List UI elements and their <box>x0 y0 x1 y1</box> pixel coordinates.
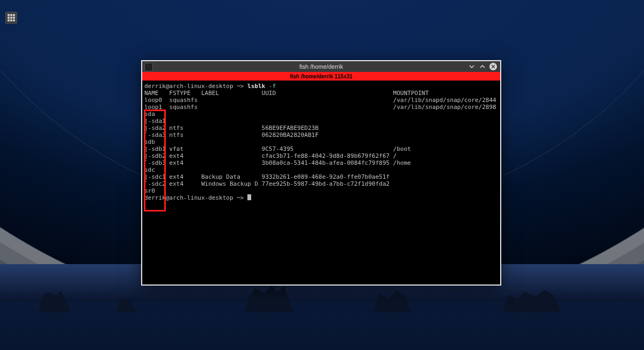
terminal-tabbar[interactable]: fish /home/derrik 115x31 <box>142 72 500 81</box>
cursor <box>247 194 251 200</box>
terminal-line: `-sdb3 ext4 3b08a0ca-5341-484b-afea-0084… <box>144 159 498 166</box>
terminal-line: |-sda1 <box>144 118 498 125</box>
window-title: fish /home/derrik <box>299 63 343 70</box>
terminal-line: NAME FSTYPE LABEL UUID MOUNTPOINT <box>144 90 498 97</box>
terminal-line: sda <box>144 111 498 118</box>
chevron-up-icon <box>480 64 485 69</box>
terminal-line: sdc <box>144 166 498 173</box>
terminal-window: fish /home/derrik fish /home/derrik 115x… <box>141 60 501 286</box>
terminal-line: |-sda2 ntfs 56BE9EFABE9ED23B <box>144 125 498 132</box>
close-icon <box>491 64 496 69</box>
terminal-tab-label: fish /home/derrik 115x31 <box>290 74 353 79</box>
terminal-line: |-sdc1 ext4 Backup Data 9332b261-e089-46… <box>144 173 498 180</box>
terminal-line: loop1 squashfs /var/lib/snapd/snap/core/… <box>144 104 498 111</box>
minimize-button[interactable] <box>468 63 475 70</box>
terminal-line: loop0 squashfs /var/lib/snapd/snap/core/… <box>144 97 498 104</box>
maximize-button[interactable] <box>479 63 486 70</box>
close-button[interactable] <box>489 63 497 70</box>
terminal-line: derrik@arch-linux-desktop ~> lsblk -f <box>144 83 498 90</box>
chevron-down-icon <box>469 64 474 69</box>
terminal-line: sr0 <box>144 187 498 194</box>
terminal-line: `-sda3 ntfs 062820BA2820AB1F <box>144 132 498 138</box>
app-icon <box>144 63 153 71</box>
applications-launcher-icon[interactable] <box>5 12 17 24</box>
terminal-line: `-sdc2 ext4 Windows Backup D 77ee925b-59… <box>144 180 498 187</box>
terminal-line: |-sdb2 ext4 cfac3b71-fe88-4042-9d8d-89b6… <box>144 152 498 159</box>
terminal-line: |-sdb1 vfat 9C57-4395 /boot <box>144 145 498 152</box>
terminal-line: sdb <box>144 138 498 145</box>
highlight-box <box>144 110 166 212</box>
terminal-viewport[interactable]: derrik@arch-linux-desktop ~> lsblk -fNAM… <box>142 81 500 285</box>
window-titlebar[interactable]: fish /home/derrik <box>142 61 500 72</box>
terminal-line: derrik@arch-linux-desktop ~> <box>144 194 498 201</box>
